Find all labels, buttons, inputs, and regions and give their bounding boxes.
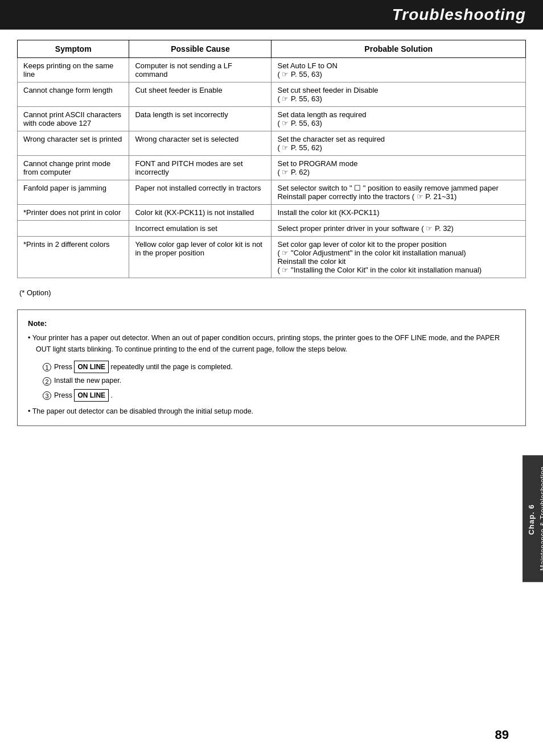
main-content: Symptom Possible Cause Probable Solution… [0, 40, 543, 426]
cell-solution: Set selector switch to " ☐ " position to… [272, 180, 526, 205]
note-step-item: 1Press ON LINE repeatedly until the page… [43, 361, 515, 374]
cell-cause: Paper not installed correctly in tractor… [129, 180, 272, 205]
cell-symptom [18, 221, 129, 237]
page-header: Troubleshooting [0, 0, 543, 30]
table-row: Keeps printing on the same lineComputer … [18, 58, 526, 82]
table-row: *Printer does not print in colorColor ki… [18, 205, 526, 221]
side-tab-chap: Chap. 6 [527, 505, 536, 535]
cell-solution: Set Auto LF to ON( ☞ P. 55, 63) [272, 58, 526, 82]
cell-cause: Computer is not sending a LF command [129, 58, 272, 82]
step-number: 2 [43, 377, 51, 386]
cell-cause: Wrong character set is selected [129, 131, 272, 156]
cell-solution: Set cut sheet feeder in Disable( ☞ P. 55… [272, 82, 526, 107]
table-row: Cannot change print mode from computerFO… [18, 156, 526, 180]
cell-cause: Color kit (KX-PCK11) is not installed [129, 205, 272, 221]
table-row: Cannot change form lengthCut sheet feede… [18, 82, 526, 107]
side-tab-title: Maintenance & Troubleshooting [539, 466, 543, 571]
table-row: Fanfold paper is jammingPaper not instal… [18, 180, 526, 205]
note-bullet-2: The paper out detector can be disabled t… [28, 406, 515, 417]
cell-solution: Install the color kit (KX-PCK11) [272, 205, 526, 221]
table-row: *Prints in 2 different colorsYellow colo… [18, 237, 526, 278]
cell-cause: Cut sheet feeder is Enable [129, 82, 272, 107]
cell-cause: Data length is set incorrectly [129, 107, 272, 131]
cell-cause: Yellow color gap lever of color kit is n… [129, 237, 272, 278]
col-cause: Possible Cause [129, 40, 272, 58]
cell-cause: Incorrect emulation is set [129, 221, 272, 237]
on-line-button: ON LINE [74, 361, 109, 374]
table-row: Incorrect emulation is setSelect proper … [18, 221, 526, 237]
note-box: Note: Your printer has a paper out detec… [17, 309, 526, 426]
option-text: (* Option) [17, 288, 526, 297]
note-bullet-1: Your printer has a paper out detector. W… [28, 333, 515, 355]
cell-symptom: *Printer does not print in color [18, 205, 129, 221]
col-solution: Probable Solution [272, 40, 526, 58]
cell-symptom: Fanfold paper is jamming [18, 180, 129, 205]
cell-solution: Select proper printer driver in your sof… [272, 221, 526, 237]
note-step-item: 3Press ON LINE . [43, 389, 515, 402]
step-number: 1 [43, 363, 51, 371]
note-step-item: 2Install the new paper. [43, 375, 515, 386]
note-steps-list: 1Press ON LINE repeatedly until the page… [28, 361, 515, 402]
table-row: Wrong character set is printedWrong char… [18, 131, 526, 156]
table-header-row: Symptom Possible Cause Probable Solution [18, 40, 526, 58]
page-title: Troubleshooting [0, 6, 526, 24]
cell-solution: Set data length as required( ☞ P. 55, 63… [272, 107, 526, 131]
cell-symptom: Cannot change form length [18, 82, 129, 107]
cell-symptom: Cannot print ASCII characters with code … [18, 107, 129, 131]
col-symptom: Symptom [18, 40, 129, 58]
step-number: 3 [43, 391, 51, 400]
cell-cause: FONT and PITCH modes are set incorrectly [129, 156, 272, 180]
table-row: Cannot print ASCII characters with code … [18, 107, 526, 131]
cell-symptom: *Prints in 2 different colors [18, 237, 129, 278]
cell-solution: Set the character set as required( ☞ P. … [272, 131, 526, 156]
cell-symptom: Wrong character set is printed [18, 131, 129, 156]
troubleshooting-table: Symptom Possible Cause Probable Solution… [17, 40, 526, 278]
note-title: Note: [28, 318, 515, 329]
cell-symptom: Cannot change print mode from computer [18, 156, 129, 180]
side-tab: Chap. 6 Maintenance & Troubleshooting [523, 455, 543, 582]
cell-symptom: Keeps printing on the same line [18, 58, 129, 82]
cell-solution: Set color gap lever of color kit to the … [272, 237, 526, 278]
on-line-button: ON LINE [74, 389, 109, 402]
page-number: 89 [495, 728, 509, 742]
cell-solution: Set to PROGRAM mode( ☞ P. 62) [272, 156, 526, 180]
